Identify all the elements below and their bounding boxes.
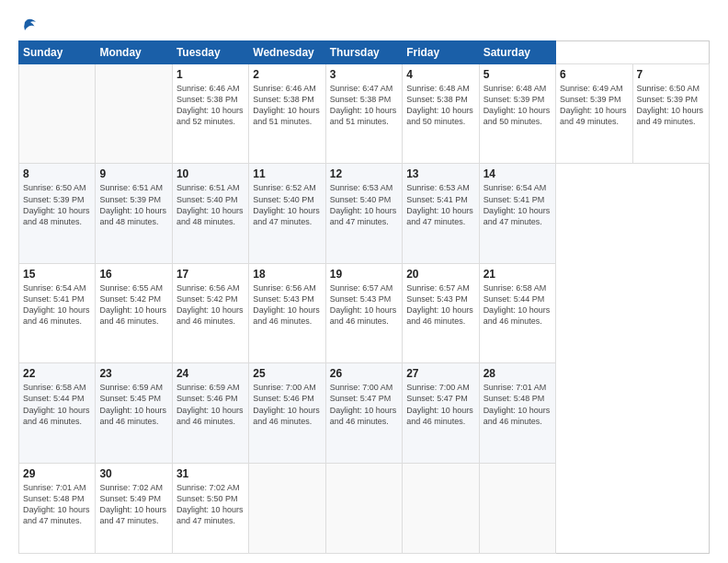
day-number: 27: [406, 367, 474, 380]
calendar-cell: 8 Sunrise: 6:50 AMSunset: 5:39 PMDayligh…: [19, 164, 96, 263]
day-number: 30: [99, 467, 167, 480]
day-detail: Sunrise: 6:52 AMSunset: 5:40 PMDaylight:…: [253, 183, 320, 225]
header: [18, 17, 710, 33]
calendar-cell: 30 Sunrise: 7:02 AMSunset: 5:49 PMDaylig…: [96, 463, 172, 553]
day-number: 15: [23, 268, 91, 281]
calendar-cell: 6 Sunrise: 6:49 AMSunset: 5:39 PMDayligh…: [556, 64, 632, 164]
calendar-week-row: 1 Sunrise: 6:46 AMSunset: 5:38 PMDayligh…: [19, 64, 710, 164]
calendar-cell: 15 Sunrise: 6:54 AMSunset: 5:41 PMDaylig…: [19, 263, 96, 362]
day-number: 8: [23, 167, 91, 180]
calendar-cell: 16 Sunrise: 6:55 AMSunset: 5:42 PMDaylig…: [96, 263, 172, 362]
day-number: 21: [483, 268, 552, 281]
day-detail: Sunrise: 6:51 AMSunset: 5:40 PMDaylight:…: [176, 183, 244, 225]
calendar-cell: 5 Sunrise: 6:48 AMSunset: 5:39 PMDayligh…: [479, 64, 555, 164]
calendar-cell: 29 Sunrise: 7:01 AMSunset: 5:48 PMDaylig…: [19, 463, 96, 553]
day-detail: Sunrise: 7:02 AMSunset: 5:49 PMDaylight:…: [99, 483, 166, 525]
day-detail: Sunrise: 6:49 AMSunset: 5:39 PMDaylight:…: [560, 84, 627, 126]
day-detail: Sunrise: 6:59 AMSunset: 5:45 PMDaylight:…: [99, 383, 166, 425]
day-number: 5: [483, 68, 552, 81]
calendar-cell: 19 Sunrise: 6:57 AMSunset: 5:43 PMDaylig…: [325, 263, 402, 362]
day-detail: Sunrise: 7:00 AMSunset: 5:47 PMDaylight:…: [330, 383, 397, 425]
calendar-cell: 17 Sunrise: 6:56 AMSunset: 5:42 PMDaylig…: [172, 263, 248, 362]
day-detail: Sunrise: 6:59 AMSunset: 5:46 PMDaylight:…: [176, 383, 244, 425]
day-detail: Sunrise: 6:51 AMSunset: 5:39 PMDaylight:…: [99, 183, 166, 225]
day-header-monday: Monday: [96, 41, 172, 64]
day-number: 26: [330, 367, 398, 380]
day-header-tuesday: Tuesday: [172, 41, 248, 64]
day-detail: Sunrise: 6:48 AMSunset: 5:38 PMDaylight:…: [406, 84, 473, 126]
day-number: 17: [176, 268, 245, 281]
day-number: 23: [99, 367, 167, 380]
day-number: 13: [406, 167, 474, 180]
day-detail: Sunrise: 6:46 AMSunset: 5:38 PMDaylight:…: [253, 84, 320, 126]
day-detail: Sunrise: 7:00 AMSunset: 5:47 PMDaylight:…: [406, 383, 473, 425]
calendar-cell: 10 Sunrise: 6:51 AMSunset: 5:40 PMDaylig…: [172, 164, 248, 263]
calendar-week-row: 15 Sunrise: 6:54 AMSunset: 5:41 PMDaylig…: [19, 263, 710, 362]
page: SundayMondayTuesdayWednesdayThursdayFrid…: [0, 0, 728, 563]
day-detail: Sunrise: 6:58 AMSunset: 5:44 PMDaylight:…: [483, 283, 551, 326]
day-number: 22: [23, 367, 91, 380]
calendar-cell: 2 Sunrise: 6:46 AMSunset: 5:38 PMDayligh…: [249, 64, 325, 164]
day-detail: Sunrise: 6:48 AMSunset: 5:39 PMDaylight:…: [483, 84, 551, 126]
day-number: 20: [406, 268, 474, 281]
calendar-cell: 4 Sunrise: 6:48 AMSunset: 5:38 PMDayligh…: [403, 64, 479, 164]
calendar-cell: 7 Sunrise: 6:50 AMSunset: 5:39 PMDayligh…: [632, 64, 710, 164]
calendar-cell: [96, 64, 172, 164]
day-detail: Sunrise: 6:56 AMSunset: 5:42 PMDaylight:…: [176, 283, 244, 326]
day-detail: Sunrise: 7:01 AMSunset: 5:48 PMDaylight:…: [23, 483, 90, 525]
calendar-cell: 25 Sunrise: 7:00 AMSunset: 5:46 PMDaylig…: [249, 363, 325, 463]
day-detail: Sunrise: 6:54 AMSunset: 5:41 PMDaylight:…: [23, 283, 90, 326]
day-detail: Sunrise: 6:55 AMSunset: 5:42 PMDaylight:…: [99, 283, 166, 326]
calendar-cell: [249, 463, 325, 553]
calendar-cell: 27 Sunrise: 7:00 AMSunset: 5:47 PMDaylig…: [403, 363, 479, 463]
day-number: 12: [330, 167, 398, 180]
day-header-friday: Friday: [403, 41, 479, 64]
day-number: 6: [560, 68, 628, 81]
calendar-cell: 18 Sunrise: 6:56 AMSunset: 5:43 PMDaylig…: [249, 263, 325, 362]
day-header-sunday: Sunday: [19, 41, 96, 64]
day-number: 28: [483, 367, 552, 380]
day-detail: Sunrise: 6:56 AMSunset: 5:43 PMDaylight:…: [253, 283, 320, 326]
day-number: 4: [406, 68, 474, 81]
calendar-cell: 22 Sunrise: 6:58 AMSunset: 5:44 PMDaylig…: [19, 363, 96, 463]
calendar-cell: 26 Sunrise: 7:00 AMSunset: 5:47 PMDaylig…: [325, 363, 402, 463]
day-number: 25: [253, 367, 321, 380]
calendar-cell: [19, 64, 96, 164]
day-header-thursday: Thursday: [325, 41, 402, 64]
day-number: 11: [253, 167, 321, 180]
day-detail: Sunrise: 6:46 AMSunset: 5:38 PMDaylight:…: [176, 84, 244, 126]
calendar-table: SundayMondayTuesdayWednesdayThursdayFrid…: [18, 40, 710, 554]
day-header-wednesday: Wednesday: [249, 41, 325, 64]
day-detail: Sunrise: 6:53 AMSunset: 5:40 PMDaylight:…: [330, 183, 397, 225]
calendar-cell: [403, 463, 479, 553]
day-number: 9: [99, 167, 167, 180]
day-detail: Sunrise: 6:57 AMSunset: 5:43 PMDaylight:…: [406, 283, 473, 326]
day-detail: Sunrise: 6:54 AMSunset: 5:41 PMDaylight:…: [483, 183, 551, 225]
calendar-cell: [325, 463, 402, 553]
day-number: 19: [330, 268, 398, 281]
day-detail: Sunrise: 6:47 AMSunset: 5:38 PMDaylight:…: [330, 84, 397, 126]
calendar-week-row: 22 Sunrise: 6:58 AMSunset: 5:44 PMDaylig…: [19, 363, 710, 463]
day-number: 29: [23, 467, 91, 480]
calendar-cell: 9 Sunrise: 6:51 AMSunset: 5:39 PMDayligh…: [96, 164, 172, 263]
day-detail: Sunrise: 6:50 AMSunset: 5:39 PMDaylight:…: [637, 84, 704, 126]
day-number: 2: [253, 68, 321, 81]
day-number: 18: [253, 268, 321, 281]
calendar-cell: 11 Sunrise: 6:52 AMSunset: 5:40 PMDaylig…: [249, 164, 325, 263]
logo: [18, 17, 40, 33]
calendar-week-row: 29 Sunrise: 7:01 AMSunset: 5:48 PMDaylig…: [19, 463, 710, 553]
day-detail: Sunrise: 7:01 AMSunset: 5:48 PMDaylight:…: [483, 383, 551, 425]
day-detail: Sunrise: 6:50 AMSunset: 5:39 PMDaylight:…: [23, 183, 90, 225]
calendar-cell: [479, 463, 555, 553]
calendar-cell: 20 Sunrise: 6:57 AMSunset: 5:43 PMDaylig…: [403, 263, 479, 362]
day-detail: Sunrise: 6:58 AMSunset: 5:44 PMDaylight:…: [23, 383, 90, 425]
calendar-cell: 31 Sunrise: 7:02 AMSunset: 5:50 PMDaylig…: [172, 463, 248, 553]
calendar-cell: 14 Sunrise: 6:54 AMSunset: 5:41 PMDaylig…: [479, 164, 555, 263]
logo-bird-icon: [22, 17, 39, 33]
calendar-header-row: SundayMondayTuesdayWednesdayThursdayFrid…: [19, 41, 710, 64]
calendar-cell: 1 Sunrise: 6:46 AMSunset: 5:38 PMDayligh…: [172, 64, 248, 164]
calendar-cell: 12 Sunrise: 6:53 AMSunset: 5:40 PMDaylig…: [325, 164, 402, 263]
calendar-cell: 21 Sunrise: 6:58 AMSunset: 5:44 PMDaylig…: [479, 263, 555, 362]
day-number: 14: [483, 167, 552, 180]
day-detail: Sunrise: 7:00 AMSunset: 5:46 PMDaylight:…: [253, 383, 320, 425]
